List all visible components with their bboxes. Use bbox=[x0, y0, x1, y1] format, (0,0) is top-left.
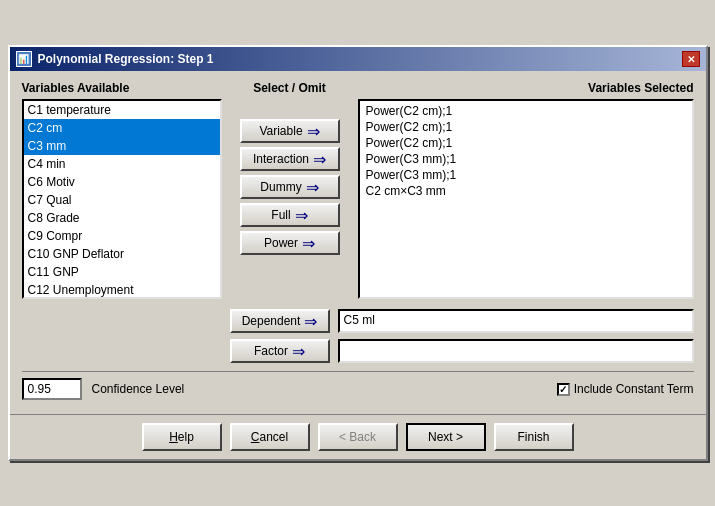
dependent-field[interactable]: C5 ml bbox=[338, 309, 694, 333]
variables-panel: C1 temperature C2 cm C3 mm C4 min C6 Mot… bbox=[22, 99, 222, 299]
back-label: < Back bbox=[339, 430, 376, 444]
confidence-input[interactable] bbox=[22, 378, 82, 400]
list-item[interactable]: C4 min bbox=[24, 155, 220, 173]
power-arrow-icon: ⇒ bbox=[302, 234, 315, 253]
factor-label: Factor bbox=[254, 344, 288, 358]
main-columns: C1 temperature C2 cm C3 mm C4 min C6 Mot… bbox=[22, 99, 694, 299]
full-label: Full bbox=[271, 208, 290, 222]
finish-button[interactable]: Finish bbox=[494, 423, 574, 451]
select-omit-label: Select / Omit bbox=[253, 81, 326, 95]
dummy-arrow-icon: ⇒ bbox=[306, 178, 319, 197]
variables-selected-label: Variables Selected bbox=[588, 81, 693, 95]
include-constant-group: Include Constant Term bbox=[557, 382, 694, 396]
list-item[interactable]: C11 GNP bbox=[24, 263, 220, 281]
confidence-label: Confidence Level bbox=[92, 382, 185, 396]
dependent-button[interactable]: Dependent ⇒ bbox=[230, 309, 330, 333]
variable-label: Variable bbox=[259, 124, 302, 138]
app-icon: 📊 bbox=[16, 51, 32, 67]
cancel-label: Cancel bbox=[251, 430, 288, 444]
separator bbox=[22, 371, 694, 372]
list-item[interactable]: C1 temperature bbox=[24, 101, 220, 119]
selected-item: Power(C2 cm);1 bbox=[364, 119, 688, 135]
help-label: Help bbox=[169, 430, 194, 444]
dependent-row: Dependent ⇒ C5 ml bbox=[22, 309, 694, 333]
list-item[interactable]: C12 Unemployment bbox=[24, 281, 220, 299]
main-window: 📊 Polynomial Regression: Step 1 ✕ Variab… bbox=[8, 45, 708, 461]
window-title: Polynomial Regression: Step 1 bbox=[38, 52, 214, 66]
interaction-label: Interaction bbox=[253, 152, 309, 166]
content-area: Variables Available Select / Omit Variab… bbox=[10, 71, 706, 410]
dummy-button[interactable]: Dummy ⇒ bbox=[240, 175, 340, 199]
list-item[interactable]: C10 GNP Deflator bbox=[24, 245, 220, 263]
factor-row: Factor ⇒ bbox=[22, 339, 694, 363]
interaction-button[interactable]: Interaction ⇒ bbox=[240, 147, 340, 171]
list-item[interactable]: C9 Compr bbox=[24, 227, 220, 245]
selected-item: C2 cm×C3 mm bbox=[364, 183, 688, 199]
dummy-label: Dummy bbox=[260, 180, 301, 194]
middle-panel-header: Select / Omit bbox=[230, 81, 350, 95]
full-arrow-icon: ⇒ bbox=[295, 206, 308, 225]
help-button[interactable]: Help bbox=[142, 423, 222, 451]
variable-button[interactable]: Variable ⇒ bbox=[240, 119, 340, 143]
dependent-label: Dependent bbox=[242, 314, 301, 328]
dependent-arrow-icon: ⇒ bbox=[304, 312, 317, 331]
footer: Help Cancel < Back Next > Finish bbox=[10, 414, 706, 459]
factor-button[interactable]: Factor ⇒ bbox=[230, 339, 330, 363]
power-label: Power bbox=[264, 236, 298, 250]
action-buttons-panel: Variable ⇒ Interaction ⇒ Dummy ⇒ Full ⇒ … bbox=[230, 99, 350, 299]
variables-listbox[interactable]: C1 temperature C2 cm C3 mm C4 min C6 Mot… bbox=[22, 99, 222, 299]
bottom-controls: Confidence Level Include Constant Term bbox=[22, 378, 694, 400]
full-button[interactable]: Full ⇒ bbox=[240, 203, 340, 227]
cancel-button[interactable]: Cancel bbox=[230, 423, 310, 451]
variables-available-label: Variables Available bbox=[22, 81, 130, 95]
left-panel-header: Variables Available bbox=[22, 81, 222, 95]
include-constant-checkbox[interactable] bbox=[557, 383, 570, 396]
title-bar-left: 📊 Polynomial Regression: Step 1 bbox=[16, 51, 214, 67]
right-panel-header: Variables Selected bbox=[358, 81, 694, 95]
factor-field[interactable] bbox=[338, 339, 694, 363]
factor-arrow-icon: ⇒ bbox=[292, 342, 305, 361]
selected-item: Power(C2 cm);1 bbox=[364, 135, 688, 151]
selected-variables-box[interactable]: Power(C2 cm);1 Power(C2 cm);1 Power(C2 c… bbox=[358, 99, 694, 299]
title-bar: 📊 Polynomial Regression: Step 1 ✕ bbox=[10, 47, 706, 71]
next-label: Next > bbox=[428, 430, 463, 444]
list-item[interactable]: C2 cm bbox=[24, 119, 220, 137]
selected-item: Power(C3 mm);1 bbox=[364, 167, 688, 183]
power-button[interactable]: Power ⇒ bbox=[240, 231, 340, 255]
dep-factor-section: Dependent ⇒ C5 ml Factor ⇒ bbox=[22, 309, 694, 363]
back-button[interactable]: < Back bbox=[318, 423, 398, 451]
list-item[interactable]: C3 mm bbox=[24, 137, 220, 155]
selected-panel: Power(C2 cm);1 Power(C2 cm);1 Power(C2 c… bbox=[358, 99, 694, 299]
selected-item: Power(C2 cm);1 bbox=[364, 103, 688, 119]
column-headers: Variables Available Select / Omit Variab… bbox=[22, 81, 694, 95]
close-button[interactable]: ✕ bbox=[682, 51, 700, 67]
next-button[interactable]: Next > bbox=[406, 423, 486, 451]
variable-arrow-icon: ⇒ bbox=[307, 122, 320, 141]
finish-label: Finish bbox=[517, 430, 549, 444]
interaction-arrow-icon: ⇒ bbox=[313, 150, 326, 169]
list-item[interactable]: C8 Grade bbox=[24, 209, 220, 227]
list-item[interactable]: C7 Qual bbox=[24, 191, 220, 209]
selected-item: Power(C3 mm);1 bbox=[364, 151, 688, 167]
include-constant-label: Include Constant Term bbox=[574, 382, 694, 396]
list-item[interactable]: C6 Motiv bbox=[24, 173, 220, 191]
